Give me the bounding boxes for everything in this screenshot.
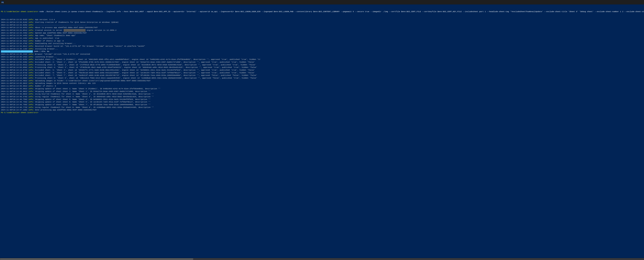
- svg-text:PS: PS: [2, 2, 4, 4]
- timestamp: 2024-11-09T18:14:13.688Z: [1, 77, 28, 79]
- log-line: 100% | ETA: 0s: [1, 50, 643, 53]
- log-message: Installing browser...: [35, 48, 58, 50]
- log-level: info:: [28, 34, 35, 36]
- maximize-button[interactable]: [628, 0, 636, 4]
- powershell-icon: PS: [1, 1, 4, 4]
- log-level: info:: [28, 61, 35, 63]
- timestamp: 2024-11-09T18:13:33.925Z: [1, 24, 28, 26]
- log-message: Skipping update of sheet sheet 6: Name '…: [35, 101, 150, 103]
- timestamp: 2024-11-09T18:14:03.850Z: [1, 66, 28, 68]
- title-bar: PS: [0, 0, 644, 4]
- timestamp: 2024-11-09T18:13:35.242Z: [1, 53, 28, 55]
- log-level: info:: [28, 56, 35, 58]
- scrollbar-track[interactable]: [0, 258, 644, 260]
- log-message: Browser "chrome" version "131.0.6778.33"…: [35, 53, 90, 55]
- log-level: info:: [28, 66, 35, 68]
- log-level: info:: [28, 29, 35, 31]
- close-button[interactable]: [636, 0, 643, 4]
- terminal-output[interactable]: PS C:\code\butler-sheet-icons\src> node …: [0, 4, 644, 258]
- log-line: 2024-11-09T18:14:13.673Z info: Excluded …: [1, 74, 643, 77]
- log-message: Resolved browser build id: "131.0.6778.3…: [35, 45, 145, 47]
- timestamp: 2024-11-09T18:14:13.673Z: [1, 74, 28, 76]
- timestamp: 2024-11-09T18:14:13.673Z: [1, 69, 28, 71]
- log-line: 2024-11-09T18:13:34.445Z info: Opened ap…: [1, 32, 643, 34]
- timestamp: 2024-11-09T18:14:45.982Z: [1, 90, 28, 92]
- log-message: Launching browser...: [35, 56, 57, 58]
- timestamp: 2024-11-09T18:14:45.982Z: [1, 88, 28, 90]
- log-line: 2024-11-09T18:13:33.816Z info: App versi…: [1, 18, 643, 21]
- scrollbar-thumb[interactable]: [0, 258, 193, 260]
- timestamp: 2024-11-09T18:13:33.816Z: [1, 21, 28, 23]
- log-level: info:: [28, 106, 35, 108]
- timestamp: 2024-11-09T18:13:34.445Z: [1, 37, 28, 39]
- timestamp: 2024-11-09T18:14:45.982Z: [1, 85, 28, 87]
- log-level: info:: [28, 96, 35, 98]
- log-line: 2024-11-09T18:13:34.051Z info: Created s…: [1, 29, 643, 32]
- log-message: Skipping update of sheet sheet 5: Name '…: [35, 98, 150, 100]
- log-line: 2024-11-09T18:13:35.118Z info: Installin…: [1, 48, 643, 50]
- log-line: 2024-11-09T18:14:47.198Z info: Done proc…: [1, 109, 643, 111]
- log-message: App version: 3.6.4: [35, 18, 55, 20]
- timestamp: 2024-11-09T18:14:45.982Z: [1, 82, 28, 84]
- log-message: Processing sheet 3: 'Sheet 2', sheet id …: [35, 64, 256, 66]
- log-message: Excluded sheet: 6: 'Sheet 5', sheet id '…: [35, 72, 255, 74]
- log-message: Processing sheet 4: 'Sheet 3', sheet id …: [35, 66, 257, 68]
- log-line: 2024-11-09T18:14:13.688Z info: Processin…: [1, 77, 643, 80]
- log-level: info:: [28, 58, 35, 60]
- log-line: 2024-11-09T18:13:33.925Z info: About to …: [1, 26, 643, 29]
- log-line: 2024-11-09T18:13:34.461Z info: Number of…: [1, 40, 643, 42]
- log-message: App is published: true: [35, 37, 59, 39]
- log-line: 2024-11-09T18:14:46.759Z info: Skipping …: [1, 101, 643, 104]
- log-message: Using regular thumbnail for sheet 8: Nam…: [35, 106, 154, 108]
- timestamp: 2024-11-09T18:13:33.925Z: [1, 26, 28, 28]
- log-line: 2024-11-09T18:13:35.242Z info: Browser "…: [1, 53, 643, 56]
- log-line: 2024-11-09T18:14:13.673Z info: Excluded …: [1, 72, 643, 74]
- log-level: info:: [28, 40, 35, 42]
- timestamp: 2024-11-09T18:14:44.482Z: [1, 80, 28, 82]
- log-line: 2024-11-09T18:13:52.636Z info: Excluded …: [1, 61, 643, 64]
- log-line: 2024-11-09T18:14:46.759Z info: Skipping …: [1, 98, 643, 101]
- scrollbar[interactable]: [0, 258, 644, 260]
- timestamp: 2024-11-09T18:13:52.625Z: [1, 58, 28, 60]
- log-message: Excluded sheet: 1: 'Sheet 0 (hidden)', s…: [35, 58, 260, 60]
- log-level: info:: [28, 74, 35, 76]
- timestamp: 2024-11-09T18:14:46.759Z: [1, 98, 28, 100]
- log-message: ----------------------------------------…: [35, 24, 87, 26]
- log-level: info:: [28, 32, 35, 34]
- timestamp: 2024-11-09T18:13:34.461Z: [1, 40, 28, 42]
- ps-prompt: PS C:\code\butler-sheet-icons\src>: [1, 112, 40, 114]
- timestamp: 2024-11-09T18:13:52.641Z: [1, 64, 28, 66]
- powershell-window: PS PS C:\code\butler-sheet-icons\src> no…: [0, 0, 644, 260]
- log-line: 2024-11-09T18:14:45.982Z info: Skipping …: [1, 88, 643, 90]
- log-level: info:: [28, 24, 35, 26]
- timestamp: 2024-11-09T18:14:46.773Z: [1, 106, 28, 108]
- log-level: info:: [28, 98, 35, 100]
- timestamp: 2024-11-09T18:13:52.636Z: [1, 61, 28, 63]
- minimize-button[interactable]: [621, 0, 628, 4]
- log-line: 2024-11-09T18:14:45.982Z info: Uploading…: [1, 82, 643, 85]
- log-message: Starting creation of thumbnails for Qlik…: [35, 21, 119, 23]
- log-message: Excluded sheet: 5: 'Sheet 4', sheet id '…: [35, 69, 255, 71]
- log-message: Using regular thumbnail for sheet 4: Nam…: [35, 96, 154, 98]
- log-level: info:: [28, 48, 35, 50]
- redacted-server: [64, 29, 86, 32]
- log-line: 2024-11-09T18:13:35.242Z info: Launching…: [1, 56, 643, 58]
- timestamp: 2024-11-09T18:13:34.445Z: [1, 32, 28, 34]
- log-message: About to process app a3e0f5d2-000a-464f-…: [35, 26, 98, 28]
- log-level: info:: [28, 77, 35, 79]
- log-line: 2024-11-09T18:13:34.961Z info: Resolved …: [1, 45, 643, 48]
- timestamp: 2024-11-09T18:14:13.673Z: [1, 72, 28, 74]
- log-level: info:: [28, 72, 35, 74]
- timestamp: 2024-11-09T18:13:33.816Z: [1, 18, 28, 20]
- timestamp: 2024-11-09T18:13:34.476Z: [1, 42, 28, 44]
- log-message: Number of sheets: 8: [35, 85, 56, 87]
- log-message: Created session to server engine version…: [35, 29, 116, 31]
- log-level: info:: [28, 42, 35, 44]
- log-level: info:: [28, 18, 35, 20]
- log-message: Done processing app a3e0f5d2-000a-464f-9…: [35, 109, 96, 111]
- log-level: info:: [28, 88, 35, 90]
- log-level: info:: [28, 69, 35, 71]
- log-level: info:: [28, 21, 35, 23]
- eta-text: 100% | ETA: 0s: [33, 50, 50, 52]
- log-line: 2024-11-09T18:14:46.773Z info: Using reg…: [1, 106, 643, 109]
